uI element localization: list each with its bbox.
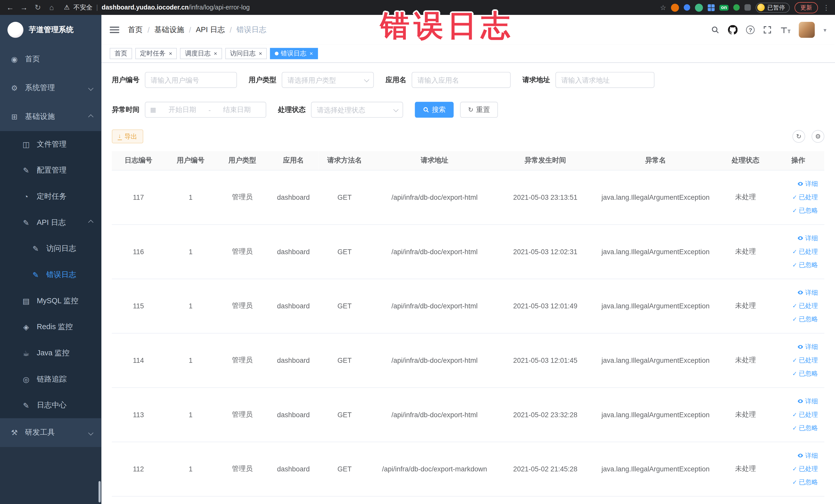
process-status-select-input[interactable]: [311, 102, 403, 118]
home-icon[interactable]: ⌂: [47, 0, 57, 15]
tab-scheduled-task[interactable]: 定时任务 ×: [135, 48, 177, 59]
table-row: 117 1 管理员 dashboard GET /api/infra/db-do…: [112, 170, 824, 224]
sidebar-scrollbar[interactable]: [99, 481, 101, 502]
extension-icon-on[interactable]: on: [719, 5, 729, 11]
date-range-picker[interactable]: ▦ 开始日期 - 结束日期: [145, 102, 266, 118]
filter-label: 请求地址: [522, 75, 550, 85]
reset-button-label: 重置: [476, 105, 490, 115]
ignored-link[interactable]: ✓已忽略: [792, 313, 818, 325]
processed-link[interactable]: ✓已处理: [792, 354, 818, 366]
sidebar-item-dev-tools[interactable]: ⚒ 研发工具: [0, 418, 101, 447]
cell-time: 2021-05-03 12:01:45: [498, 333, 592, 387]
sidebar-item-link-tracing[interactable]: ◎ 链路追踪: [0, 366, 101, 392]
sidebar-item-redis-monitor[interactable]: ◈ Redis 监控: [0, 314, 101, 340]
breadcrumb-item[interactable]: 基础设施: [154, 25, 184, 35]
search-icon[interactable]: [711, 26, 719, 34]
help-icon[interactable]: ?: [746, 26, 755, 34]
sidebar-item-api-log[interactable]: ✎ API 日志: [0, 209, 101, 236]
detail-link[interactable]: 详细: [797, 449, 818, 462]
bookmark-star-icon[interactable]: ☆: [660, 3, 666, 11]
update-button[interactable]: 更新: [794, 2, 818, 13]
column-settings-button[interactable]: ⚙: [812, 130, 824, 143]
extension-icon-vue[interactable]: [695, 3, 703, 11]
file-icon: ◫: [20, 140, 32, 148]
processed-link[interactable]: ✓已处理: [792, 408, 818, 421]
extension-icon-green[interactable]: [733, 4, 740, 11]
tab-dispatch-log[interactable]: 调度日志 ×: [180, 48, 222, 59]
sidebar-item-java-monitor[interactable]: ☕ Java 监控: [0, 340, 101, 366]
cell-user-id: 1: [165, 170, 216, 224]
user-id-input[interactable]: [145, 72, 237, 88]
detail-link[interactable]: 详细: [797, 341, 818, 353]
back-icon[interactable]: ←: [5, 0, 15, 15]
extension-icon-gray[interactable]: [745, 4, 751, 11]
close-icon[interactable]: ×: [214, 51, 217, 57]
browser-menu-icon[interactable]: ⋮: [823, 3, 830, 11]
avatar[interactable]: [799, 22, 815, 38]
cell-time: 2021-05-03 23:13:51: [498, 170, 592, 224]
caret-down-icon[interactable]: ▾: [823, 26, 826, 33]
cell-user-type: 管理员: [216, 224, 268, 279]
breadcrumb-item[interactable]: API 日志: [196, 25, 225, 35]
close-icon[interactable]: ×: [169, 51, 172, 57]
export-button[interactable]: ↓ 导出: [112, 129, 143, 143]
sidebar-item-config-manage[interactable]: ✎ 配置管理: [0, 157, 101, 183]
detail-link[interactable]: 详细: [797, 232, 818, 244]
hamburger-icon[interactable]: [109, 27, 119, 33]
github-icon[interactable]: [728, 25, 737, 35]
log-icon: ✎: [20, 218, 32, 227]
tab-home[interactable]: 首页: [109, 48, 132, 59]
security-label[interactable]: 不安全: [74, 3, 93, 12]
paused-badge[interactable]: 已暂停: [756, 2, 790, 12]
ignored-link[interactable]: ✓已忽略: [792, 204, 818, 217]
close-icon[interactable]: ×: [309, 51, 313, 57]
user-type-select[interactable]: [282, 72, 374, 88]
processed-link[interactable]: ✓已处理: [792, 300, 818, 312]
request-url-input[interactable]: [555, 72, 655, 88]
forward-icon[interactable]: →: [19, 0, 29, 15]
sidebar-item-home[interactable]: ◉ 首页: [0, 45, 101, 74]
sidebar-logo[interactable]: 芋道管理系统: [0, 15, 101, 45]
sidebar-item-error-log[interactable]: ✎ 错误日志: [0, 262, 101, 288]
sidebar-item-file-manage[interactable]: ◫ 文件管理: [0, 131, 101, 157]
app-frame: 芋道管理系统 ◉ 首页 ⚙ 系统管理 ⊞ 基础设施: [0, 15, 835, 504]
sidebar-item-mysql-monitor[interactable]: ▤ MySQL 监控: [0, 288, 101, 314]
processed-link[interactable]: ✓已处理: [792, 245, 818, 258]
sidebar-item-log-center[interactable]: ✎ 日志中心: [0, 392, 101, 418]
processed-link[interactable]: ✓已处理: [792, 191, 818, 203]
app-title: 芋道管理系统: [29, 25, 74, 35]
font-size-icon[interactable]: ⊤T: [780, 26, 791, 34]
reload-icon[interactable]: ↻: [33, 0, 43, 15]
ignored-link[interactable]: ✓已忽略: [792, 259, 818, 271]
processed-link[interactable]: ✓已处理: [792, 463, 818, 475]
sidebar-item-system[interactable]: ⚙ 系统管理: [0, 74, 101, 102]
fullscreen-icon[interactable]: [763, 26, 772, 34]
extension-icon-orange[interactable]: [671, 3, 679, 11]
refresh-table-button[interactable]: ↻: [792, 130, 805, 143]
page-url[interactable]: dashboard.yudao.iocoder.cn/infra/log/api…: [102, 4, 250, 11]
search-button[interactable]: 搜索: [415, 102, 453, 118]
tab-error-log[interactable]: 错误日志 ×: [270, 48, 318, 59]
detail-link[interactable]: 详细: [797, 286, 818, 299]
ignored-link[interactable]: ✓已忽略: [792, 367, 818, 380]
sidebar-item-scheduled-task[interactable]: ◔ 定时任务: [0, 183, 101, 209]
user-type-select-input[interactable]: [282, 72, 374, 88]
sidebar-item-infra[interactable]: ⊞ 基础设施: [0, 102, 101, 131]
reset-button[interactable]: ↻ 重置: [460, 102, 498, 118]
ignored-link[interactable]: ✓已忽略: [792, 476, 818, 488]
tab-access-log[interactable]: 访问日志 ×: [225, 48, 267, 59]
download-icon: ↓: [118, 133, 122, 140]
col-user-type: 用户类型: [216, 151, 268, 170]
eye-icon: ◎: [20, 375, 32, 383]
detail-link[interactable]: 详细: [797, 395, 818, 407]
ignored-link[interactable]: ✓已忽略: [792, 422, 818, 434]
extension-icon-grid[interactable]: [708, 4, 715, 11]
address-bar[interactable]: ⚠ 不安全 | dashboard.yudao.iocoder.cn/infra…: [64, 3, 656, 12]
app-name-input[interactable]: [412, 72, 511, 88]
breadcrumb-item[interactable]: 首页: [128, 25, 143, 35]
sidebar-item-access-log[interactable]: ✎ 访问日志: [0, 236, 101, 262]
process-status-select[interactable]: [311, 102, 403, 118]
detail-link[interactable]: 详细: [797, 178, 818, 190]
close-icon[interactable]: ×: [259, 51, 262, 57]
extension-icon-blue[interactable]: [684, 4, 690, 11]
